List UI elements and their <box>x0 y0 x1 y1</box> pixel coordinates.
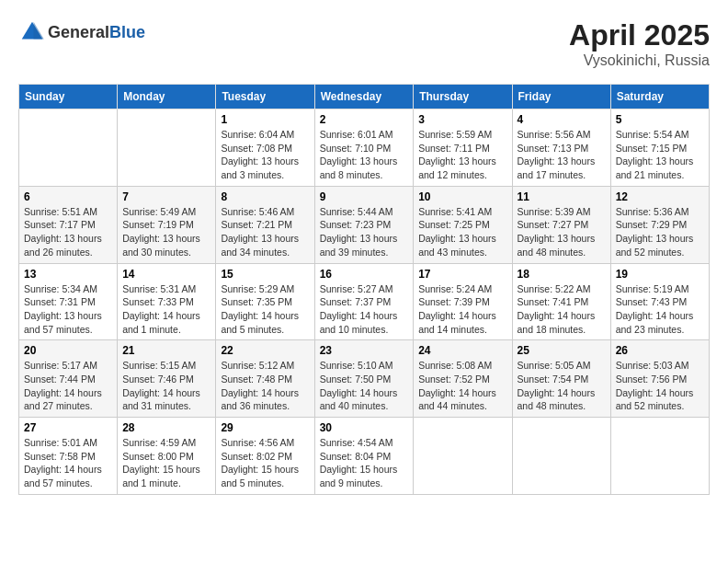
day-number: 13 <box>24 268 112 281</box>
day-info: Sunrise: 6:01 AM Sunset: 7:10 PM Dayligh… <box>320 128 409 182</box>
calendar-cell: 5Sunrise: 5:54 AM Sunset: 7:15 PM Daylig… <box>610 109 709 187</box>
day-info: Sunrise: 5:59 AM Sunset: 7:11 PM Dayligh… <box>418 128 506 182</box>
calendar-week-row: 6Sunrise: 5:51 AM Sunset: 7:17 PM Daylig… <box>19 186 710 263</box>
calendar-cell: 26Sunrise: 5:03 AM Sunset: 7:56 PM Dayli… <box>610 340 709 418</box>
day-number: 15 <box>221 268 309 281</box>
calendar-cell: 11Sunrise: 5:39 AM Sunset: 7:27 PM Dayli… <box>512 186 610 263</box>
day-number: 24 <box>418 344 506 357</box>
day-number: 27 <box>24 421 112 434</box>
calendar-week-row: 27Sunrise: 5:01 AM Sunset: 7:58 PM Dayli… <box>19 418 710 495</box>
calendar-cell: 29Sunrise: 4:56 AM Sunset: 8:02 PM Dayli… <box>216 418 314 495</box>
day-info: Sunrise: 5:08 AM Sunset: 7:52 PM Dayligh… <box>418 359 506 413</box>
day-info: Sunrise: 5:19 AM Sunset: 7:43 PM Dayligh… <box>616 282 704 337</box>
svg-marker-1 <box>34 22 44 40</box>
calendar-cell: 3Sunrise: 5:59 AM Sunset: 7:11 PM Daylig… <box>414 109 512 187</box>
calendar-cell: 19Sunrise: 5:19 AM Sunset: 7:43 PM Dayli… <box>610 263 709 340</box>
day-info: Sunrise: 5:34 AM Sunset: 7:31 PM Dayligh… <box>24 282 112 337</box>
calendar-cell: 2Sunrise: 6:01 AM Sunset: 7:10 PM Daylig… <box>314 109 414 187</box>
logo-general: General <box>48 23 109 41</box>
day-info: Sunrise: 6:04 AM Sunset: 7:08 PM Dayligh… <box>221 128 309 182</box>
calendar-header-wednesday: Wednesday <box>314 85 414 109</box>
calendar-cell: 13Sunrise: 5:34 AM Sunset: 7:31 PM Dayli… <box>19 263 118 340</box>
logo: GeneralBlue <box>18 18 145 46</box>
day-info: Sunrise: 5:29 AM Sunset: 7:35 PM Dayligh… <box>221 282 309 337</box>
calendar-cell: 15Sunrise: 5:29 AM Sunset: 7:35 PM Dayli… <box>216 263 314 340</box>
day-info: Sunrise: 4:56 AM Sunset: 8:02 PM Dayligh… <box>221 436 309 490</box>
day-number: 21 <box>122 344 210 357</box>
day-info: Sunrise: 5:56 AM Sunset: 7:13 PM Dayligh… <box>518 128 606 182</box>
day-number: 14 <box>122 268 210 281</box>
calendar-cell: 12Sunrise: 5:36 AM Sunset: 7:29 PM Dayli… <box>610 186 709 263</box>
calendar-header-row: SundayMondayTuesdayWednesdayThursdayFrid… <box>19 85 710 109</box>
calendar-cell: 4Sunrise: 5:56 AM Sunset: 7:13 PM Daylig… <box>512 109 610 187</box>
calendar-cell: 20Sunrise: 5:17 AM Sunset: 7:44 PM Dayli… <box>19 340 118 418</box>
day-number: 23 <box>320 344 409 357</box>
day-info: Sunrise: 5:17 AM Sunset: 7:44 PM Dayligh… <box>24 359 112 413</box>
calendar-header-saturday: Saturday <box>610 85 709 109</box>
day-number: 19 <box>616 268 704 281</box>
calendar-cell: 7Sunrise: 5:49 AM Sunset: 7:19 PM Daylig… <box>118 186 216 263</box>
day-info: Sunrise: 5:36 AM Sunset: 7:29 PM Dayligh… <box>616 205 704 259</box>
day-info: Sunrise: 5:01 AM Sunset: 7:58 PM Dayligh… <box>24 436 112 490</box>
day-number: 7 <box>122 190 210 203</box>
day-info: Sunrise: 5:03 AM Sunset: 7:56 PM Dayligh… <box>616 359 704 413</box>
calendar-cell <box>512 418 610 495</box>
calendar-cell <box>414 418 512 495</box>
day-number: 22 <box>221 344 309 357</box>
day-number: 6 <box>24 190 112 203</box>
day-number: 30 <box>320 421 409 434</box>
day-number: 8 <box>221 190 309 203</box>
page-header: GeneralBlue April 2025 Vysokinichi, Russ… <box>18 18 710 69</box>
calendar-cell: 18Sunrise: 5:22 AM Sunset: 7:41 PM Dayli… <box>512 263 610 340</box>
location-title: Vysokinichi, Russia <box>569 52 710 69</box>
day-info: Sunrise: 5:27 AM Sunset: 7:37 PM Dayligh… <box>320 282 409 337</box>
day-info: Sunrise: 5:46 AM Sunset: 7:21 PM Dayligh… <box>221 205 309 259</box>
calendar-cell <box>19 109 118 187</box>
day-info: Sunrise: 5:54 AM Sunset: 7:15 PM Dayligh… <box>616 128 704 182</box>
day-info: Sunrise: 5:12 AM Sunset: 7:48 PM Dayligh… <box>221 359 309 413</box>
day-number: 9 <box>320 190 409 203</box>
day-info: Sunrise: 5:39 AM Sunset: 7:27 PM Dayligh… <box>518 205 606 259</box>
calendar-cell: 6Sunrise: 5:51 AM Sunset: 7:17 PM Daylig… <box>19 186 118 263</box>
day-info: Sunrise: 4:59 AM Sunset: 8:00 PM Dayligh… <box>122 436 210 490</box>
day-number: 10 <box>418 190 506 203</box>
logo-icon <box>18 18 46 46</box>
title-area: April 2025 Vysokinichi, Russia <box>569 18 710 69</box>
calendar-cell: 1Sunrise: 6:04 AM Sunset: 7:08 PM Daylig… <box>216 109 314 187</box>
day-number: 17 <box>418 268 506 281</box>
logo-blue: Blue <box>109 23 145 41</box>
day-info: Sunrise: 5:22 AM Sunset: 7:41 PM Dayligh… <box>518 282 606 337</box>
calendar-cell: 9Sunrise: 5:44 AM Sunset: 7:23 PM Daylig… <box>314 186 414 263</box>
calendar-week-row: 1Sunrise: 6:04 AM Sunset: 7:08 PM Daylig… <box>19 109 710 187</box>
day-number: 29 <box>221 421 309 434</box>
calendar-header-sunday: Sunday <box>19 85 118 109</box>
day-info: Sunrise: 5:05 AM Sunset: 7:54 PM Dayligh… <box>518 359 606 413</box>
calendar-cell: 22Sunrise: 5:12 AM Sunset: 7:48 PM Dayli… <box>216 340 314 418</box>
day-number: 25 <box>518 344 606 357</box>
day-info: Sunrise: 5:49 AM Sunset: 7:19 PM Dayligh… <box>122 205 210 259</box>
calendar-header-thursday: Thursday <box>414 85 512 109</box>
month-title: April 2025 <box>569 18 710 52</box>
calendar-cell: 28Sunrise: 4:59 AM Sunset: 8:00 PM Dayli… <box>118 418 216 495</box>
day-number: 1 <box>221 113 309 126</box>
day-number: 2 <box>320 113 409 126</box>
calendar-week-row: 13Sunrise: 5:34 AM Sunset: 7:31 PM Dayli… <box>19 263 710 340</box>
day-number: 18 <box>518 268 606 281</box>
day-info: Sunrise: 5:10 AM Sunset: 7:50 PM Dayligh… <box>320 359 409 413</box>
calendar-cell: 27Sunrise: 5:01 AM Sunset: 7:58 PM Dayli… <box>19 418 118 495</box>
day-number: 28 <box>122 421 210 434</box>
day-number: 5 <box>616 113 704 126</box>
calendar-cell: 30Sunrise: 4:54 AM Sunset: 8:04 PM Dayli… <box>314 418 414 495</box>
calendar-cell: 14Sunrise: 5:31 AM Sunset: 7:33 PM Dayli… <box>118 263 216 340</box>
day-number: 16 <box>320 268 409 281</box>
calendar-cell: 17Sunrise: 5:24 AM Sunset: 7:39 PM Dayli… <box>414 263 512 340</box>
day-info: Sunrise: 5:44 AM Sunset: 7:23 PM Dayligh… <box>320 205 409 259</box>
calendar-header-friday: Friday <box>512 85 610 109</box>
calendar-cell: 23Sunrise: 5:10 AM Sunset: 7:50 PM Dayli… <box>314 340 414 418</box>
day-info: Sunrise: 5:15 AM Sunset: 7:46 PM Dayligh… <box>122 359 210 413</box>
calendar-cell: 10Sunrise: 5:41 AM Sunset: 7:25 PM Dayli… <box>414 186 512 263</box>
calendar: SundayMondayTuesdayWednesdayThursdayFrid… <box>18 84 710 495</box>
calendar-cell: 21Sunrise: 5:15 AM Sunset: 7:46 PM Dayli… <box>118 340 216 418</box>
day-info: Sunrise: 5:31 AM Sunset: 7:33 PM Dayligh… <box>122 282 210 337</box>
day-number: 3 <box>418 113 506 126</box>
